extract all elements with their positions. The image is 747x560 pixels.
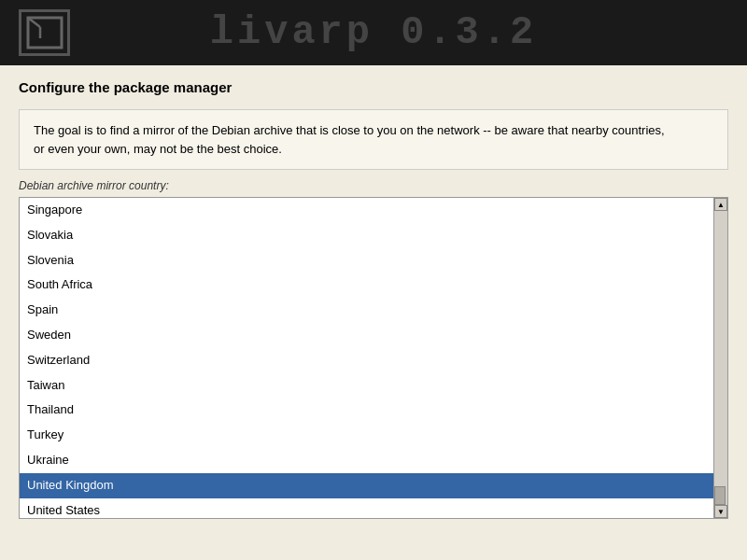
page-title: Configure the package manager — [19, 79, 728, 95]
list-item[interactable]: Turkey — [20, 423, 713, 448]
field-label: Debian archive mirror country: — [19, 179, 728, 192]
description-text-2: or even your own, may not be the best ch… — [34, 142, 282, 156]
scroll-track[interactable] — [714, 211, 727, 505]
list-item[interactable]: Spain — [20, 298, 713, 323]
list-item[interactable]: Switzerland — [20, 348, 713, 373]
scroll-thumb[interactable] — [714, 486, 726, 505]
description-text-1: The goal is to find a mirror of the Debi… — [34, 123, 665, 137]
list-item[interactable]: Ukraine — [20, 448, 713, 473]
list-item[interactable]: Taiwan — [20, 373, 713, 399]
list-item[interactable]: Slovakia — [20, 223, 713, 248]
list-item[interactable]: Singapore — [20, 198, 713, 223]
list-item[interactable]: Slovenia — [20, 248, 713, 273]
main-content: Configure the package manager The goal i… — [0, 65, 747, 560]
list-item[interactable]: United States — [20, 498, 713, 518]
country-list-scroll[interactable]: SingaporeSlovakiaSloveniaSouth AfricaSpa… — [20, 198, 713, 518]
logo-icon — [19, 9, 70, 56]
list-item[interactable]: Sweden — [20, 323, 713, 348]
scroll-up-arrow[interactable]: ▲ — [714, 198, 727, 211]
scroll-down-arrow[interactable]: ▼ — [714, 505, 727, 518]
list-item[interactable]: United Kingdom — [20, 473, 713, 498]
scrollbar[interactable]: ▲ ▼ — [713, 198, 727, 518]
country-list-container: SingaporeSlovakiaSloveniaSouth AfricaSpa… — [19, 197, 728, 519]
app-title: livarp 0.3.2 — [70, 10, 677, 55]
header: livarp 0.3.2 — [0, 0, 747, 65]
list-item[interactable]: South Africa — [20, 273, 713, 298]
list-item[interactable]: Thailand — [20, 398, 713, 423]
description-box: The goal is to find a mirror of the Debi… — [19, 109, 728, 170]
